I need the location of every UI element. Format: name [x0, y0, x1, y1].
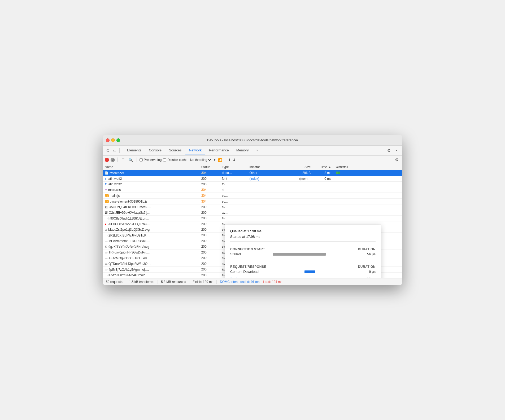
upload-icon[interactable]: ⬆ [228, 158, 231, 162]
record-button[interactable] [105, 158, 109, 162]
cell-waterfall [333, 181, 402, 187]
img-icon: ▭ [105, 274, 107, 277]
content-download-bar [304, 270, 315, 273]
cell-status: 200 [199, 221, 220, 227]
table-row[interactable]: 🖼 U5OHzQL4tEKFr6OFlxWK…. 200 av… [103, 204, 402, 210]
filter-icon[interactable]: ⊤ [120, 157, 126, 163]
device-toolbar-button[interactable]: ▭ [111, 148, 118, 153]
throttle-select[interactable]: No throttling [189, 158, 212, 162]
total-row: Explanation 65 μs [230, 276, 376, 278]
col-name[interactable]: Name [103, 164, 199, 170]
col-initiator[interactable]: Initiator [247, 164, 285, 170]
preserve-log-checkbox[interactable]: Preserve log [140, 158, 162, 162]
tab-console[interactable]: Console [145, 146, 165, 155]
col-type[interactable]: Type [220, 164, 247, 170]
content-download-label: Content Download [230, 270, 273, 274]
cell-size [285, 204, 313, 210]
col-status[interactable]: Status [199, 164, 220, 170]
cell-size [285, 216, 313, 221]
cell-waterfall [333, 204, 402, 210]
cell-type: av… [220, 204, 247, 210]
cell-name: ▭ lHvzbNUlrm2Mvd4H1Ywc…. [103, 272, 199, 278]
cell-status: 200 [199, 250, 220, 255]
cell-initiator: (index) [247, 176, 285, 181]
js-icon: JS [105, 200, 109, 203]
img-icon: ▭ [105, 268, 107, 271]
table-row[interactable]: ✏ main.css 304 st… [103, 187, 402, 193]
download-icon[interactable]: ⬇ [233, 158, 236, 162]
img-icon: ▭ [105, 234, 107, 237]
toolbar-separator [119, 148, 120, 153]
cell-time: 8 ms [313, 170, 333, 176]
timing-popup: Queued at 17.98 ms Started at 17.98 ms C… [225, 225, 381, 278]
cell-name: ▭ 2P2L80XfBoFWJFxU9TpK…. [103, 233, 199, 238]
disable-cache-checkbox[interactable]: Disable cache [163, 158, 187, 162]
tab-more[interactable]: » [252, 146, 262, 155]
cell-name: 📄 reference/ [103, 170, 199, 176]
col-time[interactable]: Time▲ [313, 164, 333, 170]
more-options-button[interactable]: ⋮ [393, 147, 400, 154]
cell-waterfall [333, 216, 402, 221]
maximize-button[interactable] [116, 138, 120, 142]
stalled-row: Stalled 56 μs [230, 252, 376, 256]
settings-button[interactable]: ⚙ [385, 147, 392, 154]
cell-size [285, 210, 313, 216]
col-size[interactable]: Size [285, 164, 313, 170]
cell-status: 200 [199, 244, 220, 250]
cell-waterfall [333, 210, 402, 216]
tab-performance[interactable]: Performance [205, 146, 232, 155]
duration-title-1: DURATION [358, 247, 376, 251]
explanation-link[interactable]: Explanation [230, 277, 248, 278]
table-row[interactable]: ▭ h90CtfziXluvh1LSSKJE.pn… 200 av… [103, 216, 402, 221]
cell-name: ✏ main.css [103, 187, 199, 193]
img-icon: ▭ [105, 262, 107, 266]
minimize-button[interactable] [111, 138, 115, 142]
table-row[interactable]: T latin.woff2 200 font (index) (mem… 0 m… [103, 176, 402, 181]
cursor-tool-button[interactable]: ⬡ [105, 148, 111, 153]
cell-time [313, 193, 333, 199]
resources-size: 5.3 MB resources [158, 280, 189, 284]
dom-content-loaded: DOMContentLoaded: 91 ms [217, 280, 263, 284]
tab-memory[interactable]: Memory [233, 146, 252, 155]
table-row[interactable]: T latin.woff2 200 fo… [103, 181, 402, 187]
load-time: Load: 124 ms [263, 280, 282, 284]
table-row[interactable]: JS base-element-3018901b.js 304 sc… [103, 199, 402, 204]
cell-status: 304 [199, 170, 220, 176]
table-row[interactable]: JS main.js 304 sc… [103, 193, 402, 199]
col-waterfall[interactable]: Waterfall [333, 164, 402, 170]
tab-sources[interactable]: Sources [165, 146, 185, 155]
cell-time [313, 204, 333, 210]
cell-name: T latin.woff2 [103, 181, 199, 187]
clear-button[interactable]: ⊘ [111, 158, 115, 162]
tab-network[interactable]: Network [185, 146, 206, 155]
search-icon[interactable]: 🔍 [127, 157, 134, 163]
table-row[interactable]: 📄 reference/ 304 docu… Other 296 B 8 ms [103, 170, 402, 176]
cell-waterfall [333, 193, 402, 199]
cell-size [285, 187, 313, 193]
cell-name: 🖼 O2slJEHG9avKV4aqzSx7.j… [103, 210, 199, 216]
cell-size [285, 193, 313, 199]
cell-initiator [247, 210, 285, 216]
traffic-lights [106, 138, 120, 142]
cell-time [313, 210, 333, 216]
cell-status: 200 [199, 204, 220, 210]
table-row[interactable]: 🖼 O2slJEHG9avKV4aqzSx7.j… 200 av… [103, 210, 402, 216]
doc-icon: 📄 [105, 171, 108, 175]
js-icon: JS [105, 194, 109, 197]
stalled-label: Stalled [230, 252, 273, 256]
cell-name: ⊘ MadqZslZpo1sj3qQ3GsZ.svg [103, 227, 199, 233]
network-toolbar: ⊘ ⊤ 🔍 Preserve log Disable cache No thro… [103, 156, 402, 164]
img-icon: 🖼 [105, 211, 108, 214]
popup-divider-2 [230, 259, 376, 259]
cell-size: (mem… [285, 176, 313, 181]
cell-time [313, 187, 333, 193]
tab-elements[interactable]: Elements [123, 146, 145, 155]
network-settings-button[interactable]: ⚙ [393, 156, 400, 163]
cell-status: 200 [199, 261, 220, 267]
cell-initiator [247, 181, 285, 187]
cell-name: ▭ QTDnaY32hLDipeRW8e3O… [103, 261, 199, 267]
close-button[interactable] [106, 138, 110, 142]
img-icon: ▭ [105, 239, 107, 243]
total-value: 65 μs [367, 277, 376, 278]
cell-initiator [247, 216, 285, 221]
